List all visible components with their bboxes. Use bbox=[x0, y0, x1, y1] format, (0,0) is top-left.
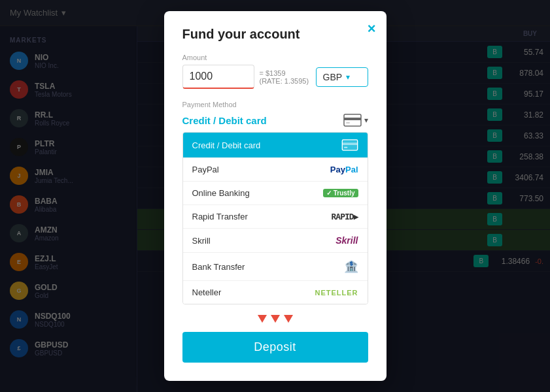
fund-account-modal: Fund your account × Amount = $1359 (RATE… bbox=[164, 11, 387, 381]
payment-option-bank-transfer[interactable]: Bank Transfer 🏦 bbox=[183, 253, 368, 281]
deposit-button[interactable]: Deposit bbox=[182, 332, 368, 363]
arrow-down-3 bbox=[284, 315, 293, 323]
payment-options-dropdown: Credit / Debit card PayPal PayPal Online… bbox=[182, 132, 368, 304]
payment-selected-row[interactable]: Credit / Debit card ▾ bbox=[182, 114, 368, 127]
svg-rect-1 bbox=[344, 118, 361, 120]
payment-dropdown-arrow-icon: ▾ bbox=[364, 116, 368, 125]
close-button[interactable]: × bbox=[368, 22, 376, 36]
svg-rect-4 bbox=[342, 142, 357, 145]
trustly-logo: ✓ Trustly bbox=[323, 189, 358, 197]
arrow-down-2 bbox=[271, 315, 280, 323]
arrow-down-1 bbox=[258, 315, 267, 323]
payment-option-rapid-transfer[interactable]: Rapid Transfer RAPID▶ bbox=[183, 205, 368, 229]
amount-equiv: = $1359 (RATE: 1.3595) bbox=[260, 69, 311, 85]
bank-logo: 🏦 bbox=[344, 259, 358, 274]
payment-option-online-banking[interactable]: Online Banking ✓ Trustly bbox=[183, 182, 368, 205]
currency-dropdown-arrow: ▾ bbox=[346, 73, 350, 82]
modal-title: Fund your account bbox=[182, 27, 368, 42]
amount-label: Amount bbox=[182, 54, 368, 61]
currency-selector[interactable]: GBP ▾ bbox=[316, 67, 368, 87]
amount-input[interactable] bbox=[182, 65, 254, 89]
skrill-logo: Skrill bbox=[335, 235, 358, 246]
annotation-arrows bbox=[182, 315, 368, 323]
svg-rect-5 bbox=[344, 147, 347, 148]
payment-option-credit-debit[interactable]: Credit / Debit card bbox=[183, 133, 368, 158]
rapid-logo: RAPID▶ bbox=[332, 212, 358, 221]
payment-option-skrill[interactable]: Skrill Skrill bbox=[183, 229, 368, 253]
modal-overlay[interactable]: Fund your account × Amount = $1359 (RATE… bbox=[0, 0, 550, 392]
svg-rect-2 bbox=[346, 122, 350, 123]
payment-option-paypal[interactable]: PayPal PayPal bbox=[183, 158, 368, 182]
neteller-logo: NETELLER bbox=[315, 289, 358, 297]
payment-method-label: Payment Method bbox=[182, 101, 368, 108]
paypal-logo: PayPal bbox=[330, 165, 358, 174]
card-icon bbox=[343, 114, 362, 127]
payment-dropdown-icon[interactable]: ▾ bbox=[343, 114, 368, 127]
currency-value: GBP bbox=[323, 72, 343, 82]
amount-row: = $1359 (RATE: 1.3595) GBP ▾ bbox=[182, 65, 368, 89]
payment-selected-text: Credit / Debit card bbox=[182, 115, 267, 126]
payment-option-neteller[interactable]: Neteller NETELLER bbox=[183, 281, 368, 304]
card-icon-option bbox=[341, 139, 358, 151]
